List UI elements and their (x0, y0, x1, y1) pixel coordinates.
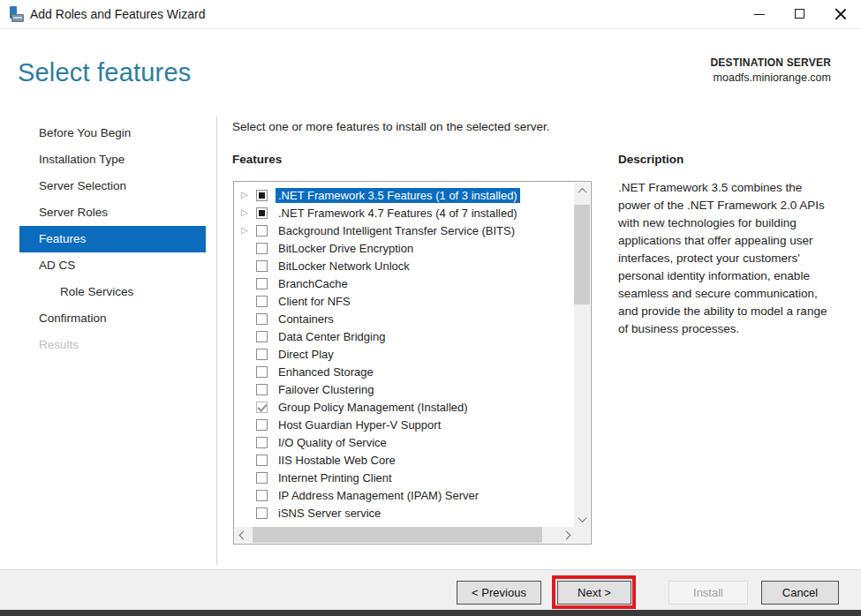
feature-row[interactable]: ▷ BitLocker Drive Encryption (235, 239, 574, 257)
feature-row[interactable]: ▷ Failover Clustering (235, 380, 574, 398)
scroll-right-button[interactable] (558, 527, 574, 543)
horizontal-scrollbar[interactable] (235, 527, 574, 543)
feature-checkbox[interactable] (256, 490, 268, 501)
feature-checkbox[interactable] (256, 313, 268, 325)
feature-row[interactable]: ▷ Enhanced Storage (235, 363, 574, 380)
chevron-left-icon (238, 530, 247, 539)
feature-checkbox[interactable] (256, 472, 268, 484)
feature-checkbox[interactable] (256, 419, 268, 431)
minimize-button[interactable] (739, 0, 780, 29)
sidebar-item-ad-cs[interactable]: AD CS (19, 252, 206, 279)
scrollbar-corner (574, 527, 590, 543)
feature-label[interactable]: Direct Play (276, 347, 336, 362)
feature-row[interactable]: ▷ BranchCache (235, 274, 574, 292)
feature-checkbox[interactable] (256, 437, 268, 448)
feature-checkbox[interactable] (256, 278, 268, 289)
feature-checkbox[interactable] (256, 225, 268, 237)
feature-checkbox[interactable] (256, 190, 268, 201)
feature-row[interactable]: ▷ I/O Quality of Service (235, 433, 574, 451)
feature-row[interactable]: ▷ iSNS Server service (235, 504, 574, 522)
vertical-scrollbar[interactable] (574, 183, 590, 527)
destination-server-name: moadfs.miniorange.com (710, 71, 831, 84)
feature-checkbox[interactable] (256, 384, 268, 395)
instruction-text: Select one or more features to install o… (232, 120, 549, 133)
feature-row[interactable]: ▷ Internet Printing Client (235, 469, 574, 486)
feature-label[interactable]: Enhanced Storage (276, 364, 376, 379)
sidebar-item-label: Results (39, 338, 79, 351)
feature-label[interactable]: .NET Framework 4.7 Features (4 of 7 inst… (276, 206, 520, 221)
horizontal-scroll-thumb[interactable] (253, 527, 542, 543)
feature-label[interactable]: Internet Printing Client (276, 470, 395, 485)
feature-checkbox[interactable] (256, 507, 268, 519)
feature-row[interactable]: ▷ IP Address Management (IPAM) Server (235, 486, 574, 504)
sidebar-item-label: Installation Type (39, 153, 125, 166)
previous-button[interactable]: < Previous (457, 581, 541, 605)
wizard-nav: Before You Begin Installation Type Serve… (19, 120, 206, 358)
feature-label[interactable]: iSNS Server service (276, 506, 383, 521)
close-icon (835, 8, 847, 20)
feature-checkbox[interactable] (256, 331, 268, 342)
expand-arrow-icon[interactable]: ▷ (241, 186, 252, 204)
maximize-button[interactable] (780, 0, 820, 29)
sidebar-item-role-services[interactable]: Role Services (19, 279, 206, 305)
feature-label[interactable]: BitLocker Network Unlock (276, 259, 412, 274)
feature-row[interactable]: ▷ Host Guardian Hyper-V Support (235, 416, 574, 433)
feature-label[interactable]: Background Intelligent Transfer Service … (276, 223, 517, 238)
next-button[interactable]: Next > (557, 581, 631, 605)
feature-row[interactable]: ▷ Containers (235, 310, 574, 327)
feature-label[interactable]: I/O Quality of Service (276, 435, 389, 450)
sidebar-item-label: AD CS (39, 259, 75, 272)
feature-label[interactable]: Host Guardian Hyper-V Support (276, 417, 443, 432)
close-button[interactable] (820, 0, 861, 29)
feature-checkbox[interactable] (256, 243, 268, 254)
vertical-scroll-thumb[interactable] (574, 205, 590, 304)
feature-row[interactable]: ▷ Client for NFS (235, 292, 574, 310)
feature-checkbox[interactable] (256, 402, 268, 413)
feature-checkbox[interactable] (256, 454, 268, 466)
feature-label[interactable]: Containers (276, 312, 336, 327)
feature-label[interactable]: BranchCache (276, 276, 351, 291)
feature-row[interactable]: ▷ .NET Framework 4.7 Features (4 of 7 in… (235, 204, 574, 222)
feature-checkbox[interactable] (256, 207, 268, 219)
minimize-icon (754, 14, 765, 15)
feature-label[interactable]: Group Policy Management (Installed) (276, 400, 471, 415)
install-button[interactable]: Install (668, 581, 748, 605)
sidebar-item-server-selection[interactable]: Server Selection (19, 173, 206, 199)
sidebar-item-server-roles[interactable]: Server Roles (19, 199, 206, 226)
feature-label[interactable]: Client for NFS (276, 294, 353, 309)
feature-row[interactable]: ▷ Data Center Bridging (235, 327, 574, 345)
feature-label[interactable]: Failover Clustering (276, 382, 376, 397)
features-listbox: ▷ .NET Framework 3.5 Features (1 of 3 in… (233, 181, 592, 545)
feature-checkbox[interactable] (256, 366, 268, 378)
feature-row[interactable]: ▷ Direct Play (235, 345, 574, 363)
scroll-down-button[interactable] (574, 511, 590, 527)
feature-label[interactable]: Data Center Bridging (276, 329, 388, 344)
feature-row[interactable]: ▷ Group Policy Management (Installed) (235, 398, 574, 416)
feature-row[interactable]: ▷ .NET Framework 3.5 Features (1 of 3 in… (235, 186, 574, 204)
feature-row[interactable]: ▷ BitLocker Network Unlock (235, 257, 574, 274)
sidebar-item-label: Server Roles (39, 206, 108, 219)
feature-label[interactable]: IP Address Management (IPAM) Server (276, 488, 481, 503)
sidebar-divider (216, 116, 217, 565)
expand-arrow-icon[interactable]: ▷ (241, 222, 252, 239)
expand-arrow-icon[interactable]: ▷ (241, 204, 252, 222)
sidebar-item-label: Server Selection (39, 179, 126, 192)
sidebar-item-before-you-begin[interactable]: Before You Begin (19, 120, 206, 146)
feature-row[interactable]: ▷ IIS Hostable Web Core (235, 451, 574, 469)
app-icon (8, 5, 26, 23)
feature-checkbox[interactable] (256, 296, 268, 307)
sidebar-item-label: Role Services (60, 285, 133, 298)
feature-checkbox[interactable] (256, 349, 268, 360)
scroll-up-button[interactable] (574, 183, 590, 199)
sidebar-item-confirmation[interactable]: Confirmation (19, 305, 206, 332)
feature-row[interactable]: ▷ Background Intelligent Transfer Servic… (235, 222, 574, 239)
scroll-left-button[interactable] (235, 527, 251, 543)
sidebar-item-installation-type[interactable]: Installation Type (19, 146, 206, 173)
feature-label[interactable]: BitLocker Drive Encryption (276, 241, 416, 256)
feature-label[interactable]: .NET Framework 3.5 Features (1 of 3 inst… (276, 188, 520, 203)
feature-checkbox[interactable] (256, 260, 268, 272)
cancel-button[interactable]: Cancel (761, 581, 839, 605)
sidebar-item-features[interactable]: Features (19, 226, 206, 252)
chevron-right-icon (562, 530, 570, 539)
feature-label[interactable]: IIS Hostable Web Core (276, 453, 398, 468)
